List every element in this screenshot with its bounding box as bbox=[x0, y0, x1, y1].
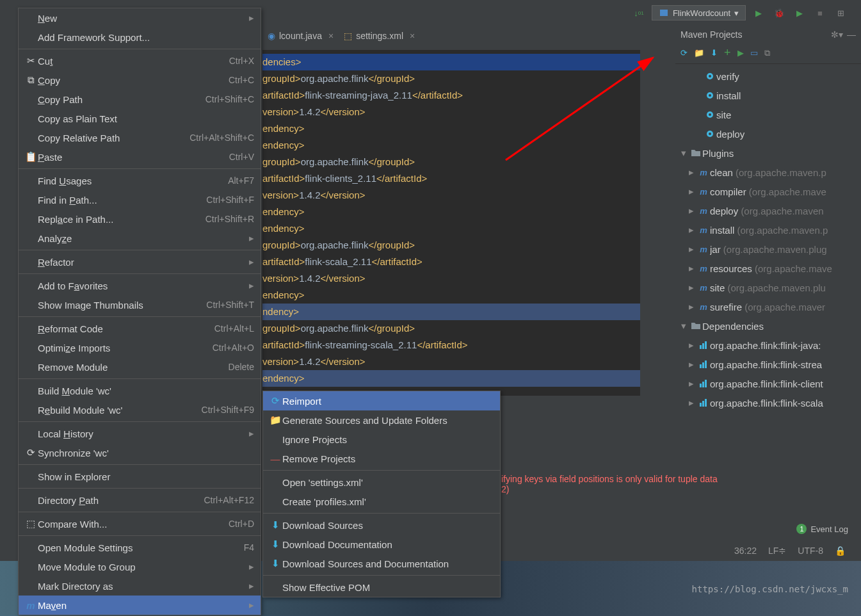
run-icon[interactable]: ▶ bbox=[737, 48, 744, 58]
submenu-item-download-sources-and-documentation[interactable]: ⬇Download Sources and Documentation bbox=[263, 554, 500, 573]
submenu-item-reimport[interactable]: ⟳Reimport bbox=[263, 391, 500, 410]
menu-item-build-module-wc-[interactable]: Build Module 'wc' bbox=[19, 381, 261, 400]
dependencies-node[interactable]: ▾Dependencies bbox=[675, 316, 861, 336]
dependency-item[interactable]: ▸org.apache.flink:flink-client bbox=[675, 374, 861, 393]
expand-icon[interactable]: ▸ bbox=[686, 205, 697, 216]
cursor-position[interactable]: 36:22 bbox=[734, 546, 757, 556]
gear-icon[interactable]: ✼▾ bbox=[831, 29, 843, 40]
run-icon[interactable]: ▶ bbox=[751, 5, 766, 20]
coverage-icon[interactable]: ▶ bbox=[792, 5, 807, 20]
expand-icon[interactable]: ▾ bbox=[678, 147, 689, 159]
stop-icon[interactable]: ■ bbox=[812, 5, 828, 20]
submenu-item-remove-projects[interactable]: —Remove Projects bbox=[263, 449, 500, 468]
download-icon[interactable]: ⬇ bbox=[711, 48, 718, 58]
add-icon[interactable]: + bbox=[724, 46, 731, 60]
plugin-install[interactable]: ▸minstall (org.apache.maven.p bbox=[675, 220, 861, 239]
menu-item-maven[interactable]: mMaven▸ bbox=[19, 596, 261, 615]
code-editor[interactable]: dencies>groupId>org.apache.flink</groupI… bbox=[262, 50, 640, 396]
plugin-deploy[interactable]: ▸mdeploy (org.apache.maven bbox=[675, 201, 861, 220]
close-icon[interactable]: × bbox=[328, 31, 334, 41]
menu-item-add-framework-support-[interactable]: Add Framework Support... bbox=[19, 28, 261, 47]
expand-icon[interactable]: ▸ bbox=[686, 166, 697, 178]
expand-icon[interactable]: ▸ bbox=[686, 397, 697, 409]
plugin-compiler[interactable]: ▸mcompiler (org.apache.mave bbox=[675, 182, 861, 201]
lock-icon[interactable]: 🔒 bbox=[835, 546, 846, 556]
menu-item-replace-in-path-[interactable]: Replace in Path...Ctrl+Shift+R bbox=[19, 209, 261, 229]
expand-icon[interactable]: ▸ bbox=[686, 224, 697, 236]
menu-item-compare-with-[interactable]: ⬚Compare With...Ctrl+D bbox=[19, 514, 261, 533]
menu-item-remove-module[interactable]: Remove ModuleDelete bbox=[19, 357, 261, 377]
line-separator[interactable]: LF≑ bbox=[768, 546, 786, 556]
generate-icon[interactable]: 📁 bbox=[694, 48, 704, 58]
expand-icon[interactable]: ▸ bbox=[686, 282, 697, 293]
tab-java[interactable]: ◉ lcount.java × bbox=[262, 28, 339, 44]
dependency-item[interactable]: ▸org.apache.flink:flink-strea bbox=[675, 355, 861, 374]
menu-item-cut[interactable]: ✂CutCtrl+X bbox=[19, 51, 261, 70]
menu-item-refactor[interactable]: Refactor▸ bbox=[19, 252, 261, 272]
download-icon[interactable]: ↓01 bbox=[631, 5, 647, 20]
lifecycle-deploy[interactable]: deploy bbox=[675, 124, 861, 143]
submenu-item-create-profiles-xml-[interactable]: Create 'profiles.xml' bbox=[263, 492, 500, 511]
lifecycle-site[interactable]: site bbox=[675, 105, 861, 124]
layout-icon[interactable]: ⊞ bbox=[833, 5, 848, 20]
menu-item-copy-path[interactable]: Copy PathCtrl+Shift+C bbox=[19, 90, 261, 109]
menu-item-local-history[interactable]: Local History▸ bbox=[19, 424, 261, 443]
shortcut: Delete bbox=[229, 362, 254, 372]
menu-item-new[interactable]: New▸ bbox=[19, 8, 261, 28]
plugin-clean[interactable]: ▸mclean (org.apache.maven.p bbox=[675, 163, 861, 182]
menu-item-synchronize-wc-[interactable]: ⟳Synchronize 'wc' bbox=[19, 443, 261, 462]
menu-item-copy-as-plain-text[interactable]: Copy as Plain Text bbox=[19, 109, 261, 128]
dependency-item[interactable]: ▸org.apache.flink:flink-java: bbox=[675, 336, 861, 355]
menu-item-find-usages[interactable]: Find UsagesAlt+F7 bbox=[19, 171, 261, 190]
menu-item-directory-path[interactable]: Directory PathCtrl+Alt+F12 bbox=[19, 490, 261, 510]
menu-item-copy[interactable]: ⧉CopyCtrl+C bbox=[19, 70, 261, 90]
expand-icon[interactable]: ▸ bbox=[686, 263, 697, 274]
library-icon bbox=[697, 398, 710, 408]
submenu-item-open-settings-xml-[interactable]: Open 'settings.xml' bbox=[263, 473, 500, 492]
close-icon[interactable]: × bbox=[410, 31, 415, 41]
submenu-item-ignore-projects[interactable]: Ignore Projects bbox=[263, 430, 500, 449]
event-log-status[interactable]: 1 Event Log bbox=[796, 524, 848, 534]
submenu-item-show-effective-pom[interactable]: Show Effective POM bbox=[263, 578, 500, 597]
dependency-item[interactable]: ▸org.apache.flink:flink-scala bbox=[675, 393, 861, 412]
menu-item-reformat-code[interactable]: Reformat CodeCtrl+Alt+L bbox=[19, 319, 261, 338]
expand-icon[interactable]: ▸ bbox=[686, 301, 697, 312]
plugin-resources[interactable]: ▸mresources (org.apache.mave bbox=[675, 259, 861, 278]
menu-item-show-in-explorer[interactable]: Show in Explorer bbox=[19, 467, 261, 486]
lifecycle-verify[interactable]: verify bbox=[675, 67, 861, 86]
expand-icon[interactable]: ▸ bbox=[686, 186, 697, 197]
expand-icon[interactable]: ▾ bbox=[678, 320, 689, 332]
tab-xml[interactable]: ⬚ settings.xml × bbox=[339, 28, 420, 44]
menu-item-mark-directory-as[interactable]: Mark Directory as▸ bbox=[19, 576, 261, 596]
execute-icon[interactable]: ▭ bbox=[750, 48, 758, 58]
menu-item-move-module-to-group[interactable]: Move Module to Group▸ bbox=[19, 557, 261, 576]
lifecycle-install[interactable]: install bbox=[675, 86, 861, 105]
expand-icon[interactable]: ▸ bbox=[686, 378, 697, 389]
reimport-icon[interactable]: ⟳ bbox=[680, 48, 688, 58]
expand-icon[interactable]: ▸ bbox=[686, 339, 697, 351]
expand-icon[interactable]: ▸ bbox=[686, 359, 697, 370]
menu-item-paste[interactable]: 📋PasteCtrl+V bbox=[19, 147, 261, 166]
expand-icon[interactable]: ▸ bbox=[686, 243, 697, 255]
plugins-node[interactable]: ▾Plugins bbox=[675, 143, 861, 163]
plugin-jar[interactable]: ▸mjar (org.apache.maven.plug bbox=[675, 239, 861, 259]
menu-item-copy-relative-path[interactable]: Copy Relative PathCtrl+Alt+Shift+C bbox=[19, 128, 261, 147]
hide-icon[interactable]: — bbox=[847, 29, 856, 40]
toggle-icon[interactable]: ⧉ bbox=[764, 48, 770, 58]
menu-item-show-image-thumbnails[interactable]: Show Image ThumbnailsCtrl+Shift+T bbox=[19, 295, 261, 314]
debug-icon[interactable]: 🐞 bbox=[771, 5, 787, 20]
submenu-item-generate-sources-and-update-folders[interactable]: 📁Generate Sources and Update Folders bbox=[263, 410, 500, 430]
plugin-surefire[interactable]: ▸msurefire (org.apache.maver bbox=[675, 297, 861, 316]
menu-item-optimize-imports[interactable]: Optimize ImportsCtrl+Alt+O bbox=[19, 338, 261, 357]
menu-item-add-to-favorites[interactable]: Add to Favorites▸ bbox=[19, 276, 261, 295]
submenu-item-download-sources[interactable]: ⬇Download Sources bbox=[263, 515, 500, 535]
menu-item-analyze[interactable]: Analyze▸ bbox=[19, 229, 261, 248]
submenu-item-download-documentation[interactable]: ⬇Download Documentation bbox=[263, 535, 500, 554]
menu-item-find-in-path-[interactable]: Find in Path...Ctrl+Shift+F bbox=[19, 190, 261, 209]
run-configuration-selector[interactable]: FlinkWordcount ▾ bbox=[652, 5, 746, 20]
menu-item-rebuild-module-wc-[interactable]: Rebuild Module 'wc'Ctrl+Shift+F9 bbox=[19, 400, 261, 419]
svg-rect-13 bbox=[702, 362, 704, 368]
plugin-site[interactable]: ▸msite (org.apache.maven.plu bbox=[675, 278, 861, 297]
menu-item-open-module-settings[interactable]: Open Module SettingsF4 bbox=[19, 538, 261, 557]
encoding[interactable]: UTF-8 bbox=[798, 546, 823, 556]
